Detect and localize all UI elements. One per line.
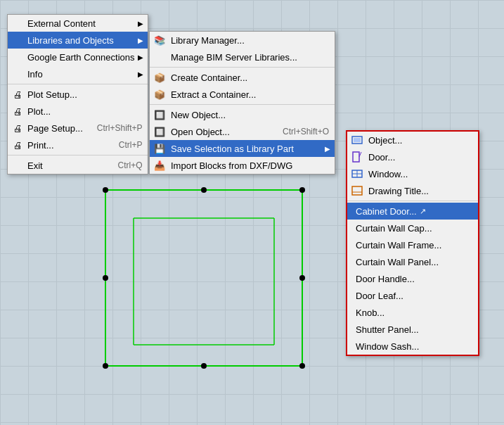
menu-item-window[interactable]: Window... xyxy=(347,165,478,182)
drawing-title-label: Drawing Title... xyxy=(368,186,429,196)
svg-point-3 xyxy=(299,187,305,193)
printer-icon: 🖨 xyxy=(11,87,25,101)
separator5 xyxy=(347,201,478,201)
menu-item-import-blocks[interactable]: 📥 Import Blocks from DXF/DWG xyxy=(150,157,335,174)
arrow-icon: ▶ xyxy=(138,53,143,61)
svg-rect-15 xyxy=(353,152,359,162)
arrow-icon: ▶ xyxy=(138,37,143,44)
libraries-objects-label: Libraries and Objects xyxy=(27,35,114,46)
menu-item-new-object[interactable]: 🔲 New Object... xyxy=(150,106,335,123)
page-setup-shortcut: Ctrl+Shift+P xyxy=(83,123,143,133)
door-handle-label: Door Handle... xyxy=(356,274,415,284)
window-label: Window... xyxy=(368,169,408,179)
menu-level2-libraries: 📚 Library Manager... Manage BIM Server L… xyxy=(149,31,335,175)
menu-item-libraries-objects[interactable]: Libraries and Objects ▶ xyxy=(8,32,148,49)
menu-item-knob[interactable]: Knob... xyxy=(347,304,478,321)
menu-item-extract-container[interactable]: 📦 Extract a Container... xyxy=(150,86,335,103)
new-object-icon: 🔲 xyxy=(153,108,167,122)
container-icon: 📦 xyxy=(153,70,167,84)
door-label: Door... xyxy=(368,152,395,163)
menu-item-curtain-wall-frame[interactable]: Curtain Wall Frame... xyxy=(347,236,478,253)
svg-point-8 xyxy=(103,275,108,281)
separator3 xyxy=(150,67,335,68)
menu-item-door-leaf[interactable]: Door Leaf... xyxy=(347,287,478,304)
save-selection-arrow-icon: ▶ xyxy=(325,145,330,153)
page-setup-label: Page Setup... xyxy=(27,123,83,134)
drawing-title-icon xyxy=(350,184,364,198)
arrow-icon: ▶ xyxy=(138,70,143,78)
menu-item-drawing-title[interactable]: Drawing Title... xyxy=(347,182,478,199)
save-selection-icon: 💾 xyxy=(153,141,167,156)
door-leaf-label: Door Leaf... xyxy=(356,291,403,301)
new-object-label: New Object... xyxy=(171,110,226,120)
create-container-label: Create Container... xyxy=(171,72,247,83)
extract-container-label: Extract a Container... xyxy=(171,89,256,100)
separator2 xyxy=(8,155,148,156)
menu-item-window-sash[interactable]: Window Sash... xyxy=(347,338,478,355)
container-extract-icon: 📦 xyxy=(153,87,167,101)
plot-setup-label: Plot Setup... xyxy=(27,89,77,100)
menu-item-save-selection[interactable]: 💾 Save Selection as Library Part ▶ xyxy=(150,140,335,157)
menu-item-exit[interactable]: Exit Ctrl+Q xyxy=(8,157,148,174)
menu-item-plot-setup[interactable]: 🖨 Plot Setup... xyxy=(8,86,148,103)
menu-level1: External Content ▶ Libraries and Objects… xyxy=(7,14,148,175)
separator1 xyxy=(8,84,148,84)
menu-item-curtain-wall-cap[interactable]: Curtain Wall Cap... xyxy=(347,220,478,236)
curtain-wall-frame-label: Curtain Wall Frame... xyxy=(356,240,441,250)
menu-level3-wrapper: Object... Door... Window... Drawing Titl… xyxy=(346,130,479,356)
curtain-wall-panel-label: Curtain Wall Panel... xyxy=(356,257,439,267)
library-icon: 📚 xyxy=(153,33,167,47)
menu-item-create-container[interactable]: 📦 Create Container... xyxy=(150,69,335,86)
arrow-icon: ▶ xyxy=(138,20,143,27)
cursor-indicator: ↗ xyxy=(420,207,426,216)
menu-item-print[interactable]: 🖨 Print... Ctrl+P xyxy=(8,137,148,153)
print-shortcut: Ctrl+P xyxy=(105,140,143,150)
svg-point-7 xyxy=(103,363,108,369)
printer-icon: 🖨 xyxy=(11,138,25,152)
printer-icon: 🖨 xyxy=(11,121,25,135)
library-manager-label: Library Manager... xyxy=(171,35,245,46)
svg-point-2 xyxy=(201,187,207,193)
curtain-wall-cap-label: Curtain Wall Cap... xyxy=(356,223,432,234)
cabinet-door-label: Cabinet Door... xyxy=(356,206,417,217)
menu-item-door-handle[interactable]: Door Handle... xyxy=(347,270,478,287)
external-content-label: External Content xyxy=(27,18,96,29)
menu-item-curtain-wall-panel[interactable]: Curtain Wall Panel... xyxy=(347,253,478,270)
menu-item-manage-bim[interactable]: Manage BIM Server Libraries... xyxy=(150,49,335,65)
import-blocks-icon: 📥 xyxy=(153,158,167,172)
svg-rect-14 xyxy=(354,138,361,142)
menu-item-cabinet-door[interactable]: Cabinet Door... ↗ xyxy=(347,203,478,220)
plot-label: Plot... xyxy=(27,106,51,117)
menu-item-plot[interactable]: 🖨 Plot... xyxy=(8,103,148,120)
knob-label: Knob... xyxy=(356,307,385,318)
open-object-icon: 🔲 xyxy=(153,125,167,139)
window-sash-label: Window Sash... xyxy=(356,341,419,352)
printer-icon: 🖨 xyxy=(11,104,25,118)
manage-bim-label: Manage BIM Server Libraries... xyxy=(171,52,297,63)
menu-item-page-setup[interactable]: 🖨 Page Setup... Ctrl+Shift+P xyxy=(8,120,148,137)
google-earth-label: Google Earth Connections xyxy=(27,52,134,63)
import-blocks-label: Import Blocks from DXF/DWG xyxy=(171,160,292,171)
svg-point-6 xyxy=(201,363,207,369)
svg-rect-20 xyxy=(352,186,362,195)
menu-item-google-earth[interactable]: Google Earth Connections ▶ xyxy=(8,49,148,65)
menu-item-library-manager[interactable]: 📚 Library Manager... xyxy=(150,32,335,49)
object-icon xyxy=(350,133,364,147)
menu-item-open-object[interactable]: 🔲 Open Object... Ctrl+Shift+O xyxy=(150,123,335,140)
separator4 xyxy=(150,104,335,105)
svg-point-1 xyxy=(103,187,108,193)
open-object-label: Open Object... xyxy=(171,127,230,137)
svg-point-4 xyxy=(299,275,305,281)
door-icon xyxy=(350,150,364,164)
menu-item-info[interactable]: Info ▶ xyxy=(8,65,148,82)
svg-rect-0 xyxy=(105,190,302,366)
shutter-panel-label: Shutter Panel... xyxy=(356,324,419,335)
menu-item-shutter-panel[interactable]: Shutter Panel... xyxy=(347,321,478,338)
exit-label: Exit xyxy=(27,160,43,171)
exit-shortcut: Ctrl+Q xyxy=(103,160,142,170)
menu-item-external-content[interactable]: External Content ▶ xyxy=(8,15,148,32)
menu-item-door[interactable]: Door... xyxy=(347,148,478,165)
menu-item-object[interactable]: Object... xyxy=(347,132,478,148)
open-object-shortcut: Ctrl+Shift+O xyxy=(269,127,329,137)
window-icon xyxy=(350,167,364,181)
